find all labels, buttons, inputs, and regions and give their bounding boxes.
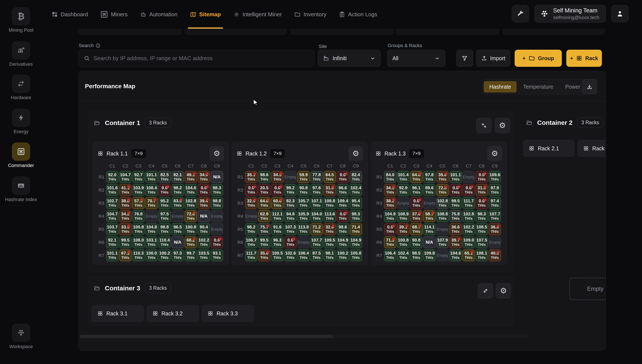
miner-cell[interactable]: 108.8TH/s (436, 210, 449, 222)
miner-cell[interactable]: 34.5TH/s (384, 184, 396, 196)
groups-racks-select[interactable]: All (387, 50, 445, 67)
miner-cell[interactable]: 100.2TH/s (158, 250, 171, 261)
miner-cell[interactable]: 108.0TH/s (132, 236, 144, 248)
miner-cell[interactable]: 104.6TH/s (450, 250, 462, 261)
miner-cell[interactable]: Empty (245, 210, 257, 222)
site-select[interactable]: Infiniti (318, 50, 381, 67)
miner-cell[interactable]: 90.8TH/s (297, 184, 310, 196)
miner-cell[interactable]: 34.2TH/s (119, 210, 131, 222)
miner-cell[interactable]: 110.3TH/s (132, 250, 144, 261)
miner-cell[interactable]: 68.7TH/s (410, 223, 422, 235)
miner-cell[interactable]: N/A (198, 210, 210, 222)
miner-cell[interactable]: 36.6TH/s (450, 223, 462, 235)
miner-cell[interactable]: 107.3TH/s (284, 223, 297, 235)
miner-cell[interactable]: 72.8TH/s (436, 184, 449, 196)
miner-cell[interactable]: 67.1TH/s (119, 250, 131, 261)
miner-cell[interactable]: 65.1TH/s (463, 250, 475, 261)
account-button[interactable] (611, 5, 629, 22)
team-selector[interactable]: Self Mining Team selfmining@luxor.tech (534, 5, 606, 23)
miner-cell[interactable]: 105.7TH/s (297, 197, 310, 209)
miner-cell[interactable]: 0.0TH/s (450, 184, 462, 196)
nav-tab-inventory[interactable]: Inventory (294, 0, 326, 29)
miner-cell[interactable]: 31.9TH/s (324, 184, 336, 196)
miner-cell[interactable]: 58.7TH/s (423, 210, 436, 222)
miner-cell[interactable]: 100.8TH/s (185, 223, 197, 235)
miner-cell[interactable]: 105.9TH/s (297, 210, 310, 222)
miner-cell[interactable]: 98.3TH/s (476, 210, 488, 222)
miner-cell[interactable]: 108.8TH/s (324, 197, 336, 209)
miner-cell[interactable]: Empty (171, 210, 184, 222)
miner-cell[interactable]: 101.6TH/s (106, 184, 118, 196)
download-button[interactable] (582, 79, 597, 94)
miner-cell[interactable]: Empty (423, 197, 436, 209)
miner-cell[interactable]: 102.8TH/s (185, 197, 197, 209)
miner-cell[interactable]: Empty (284, 171, 297, 183)
miner-cell[interactable]: 92.1TH/s (106, 236, 118, 248)
add-group-button[interactable]: + Group (515, 50, 562, 67)
sidebar-item-derivatives[interactable]: Derivatives (0, 41, 42, 67)
miner-cell[interactable]: 113.8TH/s (297, 223, 310, 235)
nav-tab-action-logs[interactable]: Action Logs (339, 0, 377, 29)
miner-cell[interactable]: Empty (145, 210, 158, 222)
miner-cell[interactable]: 103.1TH/s (145, 236, 158, 248)
sidebar-button[interactable] (12, 142, 30, 160)
miner-cell[interactable]: 0.0TH/s (476, 197, 488, 209)
nav-tab-intelligent-miner[interactable]: Intelligent Miner (233, 0, 282, 29)
miner-cell[interactable]: 106.4TH/s (297, 250, 310, 261)
miner-cell[interactable]: 64.6TH/s (258, 197, 270, 209)
miner-cell[interactable]: 98.2TH/s (171, 184, 184, 196)
miner-cell[interactable]: 113.6TH/s (324, 210, 336, 222)
miner-cell[interactable]: 0.0TH/s (284, 236, 297, 248)
rack-settings-button[interactable]: ⚙ (348, 146, 363, 161)
miner-cell[interactable]: 75.8TH/s (450, 210, 462, 222)
rack-chip-rack-2.2[interactable]: Rack 2.2 (577, 140, 606, 157)
miner-cell[interactable]: 95.4TH/s (350, 197, 362, 209)
miner-cell[interactable]: 99.2TH/s (284, 184, 297, 196)
miner-cell[interactable]: 114.1TH/s (423, 223, 436, 235)
miner-cell[interactable]: 0.0TH/s (476, 171, 488, 183)
nav-tab-sitemap[interactable]: Sitemap (190, 0, 221, 29)
miner-cell[interactable]: 99.5TH/s (450, 197, 462, 209)
miner-cell[interactable]: 32.6TH/s (324, 223, 336, 235)
miner-cell[interactable]: 93.1TH/s (211, 250, 223, 261)
miner-cell[interactable]: 96.6TH/s (337, 184, 349, 196)
miner-cell[interactable]: 92.7TH/s (132, 171, 144, 183)
miner-cell[interactable]: 91.6TH/s (271, 223, 284, 235)
horizontal-scrollbar[interactable] (80, 335, 529, 338)
miner-cell[interactable]: 108.4TH/s (145, 184, 158, 196)
miner-cell[interactable]: 112.1TH/s (271, 210, 284, 222)
sidebar-button[interactable] (12, 41, 30, 59)
miner-cell[interactable]: 94.8TH/s (284, 210, 297, 222)
miner-cell[interactable]: 49.1TH/s (185, 171, 197, 183)
sidebar-item-workspace[interactable]: Workspace (0, 324, 42, 350)
miner-cell[interactable]: 102.4TH/s (350, 184, 362, 196)
miner-cell[interactable]: 0.0TH/s (245, 184, 257, 196)
miner-cell[interactable]: 83.9TH/s (171, 197, 184, 209)
miner-cell[interactable]: 109.0TH/s (463, 236, 475, 248)
miner-cell[interactable]: 97.6TH/s (311, 184, 323, 196)
miner-cell[interactable]: 100.2TH/s (337, 250, 349, 261)
miner-cell[interactable]: 102.2TH/s (198, 236, 210, 248)
scrollbar-thumb[interactable] (80, 335, 333, 338)
miner-cell[interactable]: 57.3TH/s (132, 197, 144, 209)
miner-cell[interactable]: 99.7TH/s (185, 250, 197, 261)
miner-cell[interactable]: 104.8TH/s (145, 223, 158, 235)
miner-cell[interactable]: 100.8TH/s (397, 236, 409, 248)
miner-cell[interactable]: 100.5TH/s (271, 250, 284, 261)
sidebar-button[interactable] (12, 109, 30, 127)
miner-cell[interactable]: 101.1TH/s (106, 250, 118, 261)
sidebar-item-hardware[interactable]: Hardware (0, 75, 42, 100)
miner-cell[interactable]: 104.6TH/s (185, 184, 197, 196)
settings-wrench-button[interactable] (512, 5, 529, 22)
miner-cell[interactable]: 100.0TH/s (145, 250, 158, 261)
miner-cell[interactable]: 82.4TH/s (350, 171, 362, 183)
miner-cell[interactable]: N/A (211, 171, 223, 183)
miner-cell[interactable]: 102.2TH/s (463, 223, 475, 235)
sidebar-item-commander[interactable]: Commander (0, 142, 42, 168)
miner-cell[interactable]: Empty (463, 171, 475, 183)
miner-cell[interactable]: 70.7TH/s (145, 197, 158, 209)
miner-cell[interactable]: 109.8TH/s (423, 250, 436, 261)
miner-cell[interactable]: 0.0TH/s (410, 197, 422, 209)
miner-cell[interactable]: 98.3TH/s (211, 184, 223, 196)
miner-cell[interactable]: 100.8TH/s (132, 223, 144, 235)
